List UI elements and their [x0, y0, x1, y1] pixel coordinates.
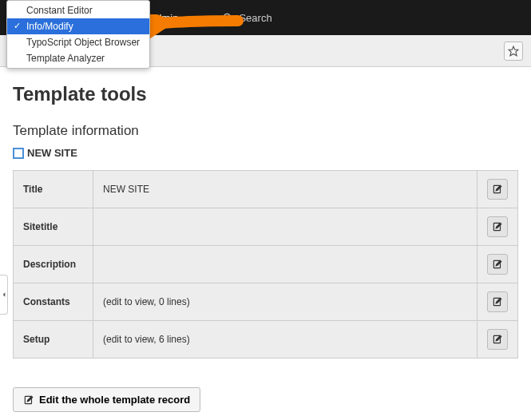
annotation-arrow: [150, 14, 246, 46]
page-icon: [13, 148, 24, 159]
edit-icon: [23, 394, 34, 406]
chevron-left-icon: [1, 291, 7, 298]
edit-setup-button[interactable]: [487, 329, 508, 350]
template-info-table: Title NEW SITE Sitetitle Description Con…: [13, 170, 518, 359]
edit-icon: [492, 296, 503, 307]
edit-title-button[interactable]: [487, 179, 508, 200]
page-title: Template tools: [13, 83, 518, 105]
dropdown-item-template-analyzer[interactable]: Template Analyzer: [7, 50, 149, 66]
svg-marker-12: [509, 46, 518, 56]
svg-marker-13: [2, 292, 5, 296]
edit-whole-template-button[interactable]: Edit the whole template record: [13, 387, 200, 412]
edit-icon: [492, 259, 503, 270]
site-row: NEW SITE: [13, 147, 518, 159]
row-value: NEW SITE: [93, 171, 478, 208]
edit-icon: [492, 184, 503, 195]
row-value: (edit to view, 0 lines): [93, 283, 478, 321]
star-icon: [508, 46, 519, 57]
edit-sitetitle-button[interactable]: [487, 216, 508, 237]
table-row: Title NEW SITE: [14, 171, 518, 208]
row-label: Title: [14, 171, 93, 208]
dropdown-item-info-modify[interactable]: Info/Modify: [7, 18, 149, 34]
row-value: [93, 208, 478, 246]
row-label: Description: [14, 246, 93, 283]
table-row: Description: [14, 246, 518, 283]
row-label: Setup: [14, 321, 93, 359]
site-name: NEW SITE: [27, 147, 77, 159]
dropdown-item-typoscript-browser[interactable]: TypoScript Object Browser: [7, 34, 149, 50]
table-row: Sitetitle: [14, 208, 518, 246]
row-label: Sitetitle: [14, 208, 93, 246]
section-title: Template information: [13, 123, 518, 139]
dropdown-item-constant-editor[interactable]: Constant Editor: [7, 2, 149, 18]
bookmark-button[interactable]: [504, 42, 523, 61]
sidebar-collapse-tab[interactable]: [0, 275, 8, 315]
edit-whole-label: Edit the whole template record: [39, 394, 190, 406]
table-row: Setup (edit to view, 6 lines): [14, 321, 518, 359]
table-row: Constants (edit to view, 0 lines): [14, 283, 518, 321]
edit-constants-button[interactable]: [487, 291, 508, 312]
module-dropdown[interactable]: Constant Editor Info/Modify TypoScript O…: [6, 0, 150, 69]
row-label: Constants: [14, 283, 93, 321]
edit-icon: [492, 334, 503, 345]
row-value: (edit to view, 6 lines): [93, 321, 478, 359]
row-value: [93, 246, 478, 283]
edit-description-button[interactable]: [487, 254, 508, 275]
edit-icon: [492, 221, 503, 232]
